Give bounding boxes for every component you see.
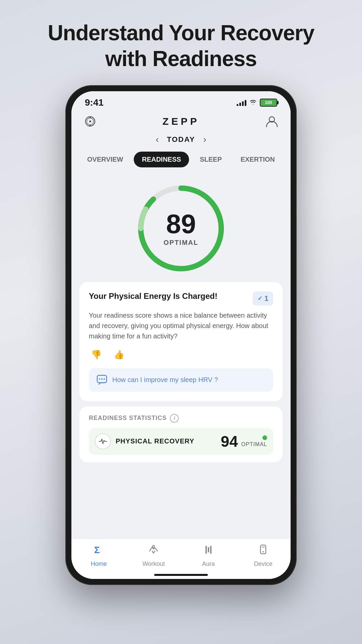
badge-check-icon: ✓ bbox=[257, 295, 262, 302]
stats-header: READINESS STATISTICS i bbox=[89, 414, 273, 423]
svg-text:Σ: Σ bbox=[94, 545, 100, 555]
aura-icon bbox=[202, 544, 215, 558]
prev-date-button[interactable]: ‹ bbox=[156, 134, 159, 145]
svg-rect-17 bbox=[210, 546, 212, 554]
gauge-score: 89 bbox=[164, 210, 198, 237]
svg-rect-16 bbox=[208, 547, 209, 552]
svg-point-2 bbox=[89, 120, 91, 122]
readiness-gauge: 89 OPTIMAL bbox=[134, 181, 228, 275]
nav-item-home[interactable]: Σ Home bbox=[82, 544, 116, 568]
svg-point-11 bbox=[101, 378, 103, 380]
phone-frame: 9:41 100 bbox=[65, 85, 297, 585]
next-date-button[interactable]: › bbox=[203, 134, 206, 145]
home-icon: Σ bbox=[93, 544, 105, 558]
stat-value: 94 bbox=[221, 434, 238, 449]
stats-title: READINESS STATISTICS bbox=[89, 415, 167, 422]
page-background-title: Understand Your Recovery with Readiness bbox=[48, 20, 314, 72]
battery-icon: 100 bbox=[260, 99, 277, 107]
stat-status-group: OPTIMAL bbox=[241, 435, 267, 447]
status-bar: 9:41 100 bbox=[71, 91, 291, 111]
tab-readiness[interactable]: READINESS bbox=[134, 152, 189, 167]
feedback-row: 👎 👍 bbox=[89, 347, 273, 362]
insight-body: Your readiness score shows a nice balanc… bbox=[89, 310, 273, 341]
svg-point-14 bbox=[153, 545, 155, 547]
stat-right: 94 OPTIMAL bbox=[221, 434, 267, 449]
nav-label-aura: Aura bbox=[202, 560, 215, 568]
stat-status-label: OPTIMAL bbox=[241, 441, 267, 447]
card-header-row: Your Physical Energy Is Charged! ✓ 1 bbox=[89, 291, 273, 306]
insight-badge: ✓ 1 bbox=[253, 291, 273, 306]
tab-overview[interactable]: OVERVIEW bbox=[79, 152, 131, 167]
nav-label-device: Device bbox=[254, 560, 273, 568]
insight-card: Your Physical Energy Is Charged! ✓ 1 You… bbox=[79, 282, 283, 401]
svg-point-12 bbox=[104, 378, 105, 380]
scroll-content: 89 OPTIMAL Your Physical Energy Is Charg… bbox=[71, 171, 291, 539]
wifi-icon bbox=[249, 98, 257, 107]
stat-name: PHYSICAL RECOVERY bbox=[116, 437, 194, 445]
svg-rect-4 bbox=[89, 125, 91, 126]
ai-prompt-button[interactable]: How can I improve my sleep HRV ? bbox=[89, 368, 273, 392]
thumbs-up-button[interactable]: 👍 bbox=[112, 347, 126, 362]
user-icon[interactable] bbox=[265, 115, 279, 128]
tab-exertion[interactable]: EXERTION bbox=[233, 152, 283, 167]
signal-bars-icon bbox=[237, 99, 246, 106]
cards-area: Your Physical Energy Is Charged! ✓ 1 You… bbox=[71, 282, 291, 539]
gauge-section: 89 OPTIMAL bbox=[71, 171, 291, 282]
gauge-center: 89 OPTIMAL bbox=[164, 210, 198, 246]
nav-item-aura[interactable]: Aura bbox=[192, 544, 225, 568]
date-nav: ‹ TODAY › bbox=[71, 131, 291, 148]
info-icon[interactable]: i bbox=[170, 414, 179, 423]
app-logo: ZEPP bbox=[163, 116, 199, 127]
stat-left: PHYSICAL RECOVERY bbox=[95, 433, 194, 449]
stat-row-physical-recovery: PHYSICAL RECOVERY 94 OPTIMAL bbox=[89, 428, 273, 455]
svg-rect-18 bbox=[260, 545, 266, 554]
status-time: 9:41 bbox=[85, 97, 104, 108]
svg-point-10 bbox=[99, 378, 100, 380]
thumbs-down-button[interactable]: 👎 bbox=[89, 347, 104, 362]
stats-card: READINESS STATISTICS i PHYSICAL RECOVERY bbox=[79, 407, 283, 462]
home-indicator bbox=[71, 571, 291, 579]
activity-icon bbox=[95, 433, 111, 449]
stat-status-dot bbox=[262, 435, 267, 440]
nav-item-device[interactable]: Device bbox=[246, 544, 280, 568]
device-icon bbox=[257, 544, 269, 558]
nav-label-workout: Workout bbox=[142, 560, 165, 568]
badge-count: 1 bbox=[264, 294, 268, 303]
home-bar bbox=[154, 574, 208, 576]
workout-icon bbox=[147, 544, 160, 558]
insight-title: Your Physical Energy Is Charged! bbox=[89, 291, 218, 301]
gauge-status: OPTIMAL bbox=[164, 238, 198, 246]
bottom-nav: Σ Home Workout bbox=[71, 539, 291, 571]
status-icons: 100 bbox=[237, 98, 277, 107]
ai-prompt-text: How can I improve my sleep HRV ? bbox=[112, 376, 218, 384]
ai-chat-icon bbox=[96, 374, 108, 386]
tab-sleep[interactable]: SLEEP bbox=[192, 152, 230, 167]
svg-rect-15 bbox=[205, 546, 207, 554]
tabs-container: OVERVIEW READINESS SLEEP EXERTION bbox=[71, 148, 291, 171]
app-header: ZEPP bbox=[71, 111, 291, 131]
phone-screen: 9:41 100 bbox=[71, 91, 291, 579]
svg-point-19 bbox=[262, 551, 264, 552]
svg-rect-3 bbox=[89, 117, 91, 118]
date-label: TODAY bbox=[167, 135, 195, 144]
nav-label-home: Home bbox=[91, 560, 107, 568]
nav-item-workout[interactable]: Workout bbox=[137, 544, 170, 568]
watch-icon[interactable] bbox=[83, 115, 97, 128]
